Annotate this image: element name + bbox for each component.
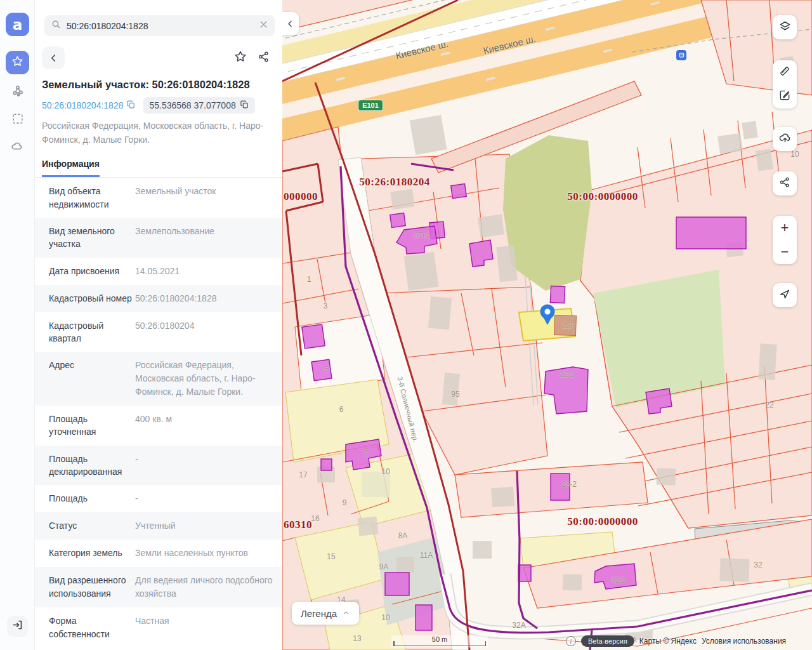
info-row-label: Площадь: [49, 492, 133, 505]
objects-layers-button[interactable]: [6, 80, 29, 103]
info-row-value: 50:26:0180204: [135, 319, 273, 345]
share-map-button[interactable]: [773, 171, 797, 196]
favorite-object-button[interactable]: [229, 46, 252, 69]
legend-button[interactable]: Легенда: [292, 602, 359, 625]
cadastral-number-text: 50:26:0180204:1828: [42, 100, 123, 110]
info-row-value: -: [135, 492, 273, 505]
cloud-services-button[interactable]: [6, 136, 29, 159]
info-row: Категория земельЗемли населенных пунктов: [35, 540, 282, 567]
app-logo[interactable]: a: [6, 13, 29, 36]
info-row: Дата присвоения14.05.2021: [35, 258, 282, 285]
sign-in-button[interactable]: [7, 616, 28, 637]
info-row-label: Площадь декларированная: [49, 453, 133, 479]
locate-control[interactable]: [773, 283, 797, 307]
info-row: Форма собственностиЧастная: [35, 607, 282, 647]
terms-link[interactable]: Условия использования: [702, 637, 786, 646]
selection-frame-icon: [11, 112, 25, 128]
info-row-label: Вид объекта недвижимости: [49, 185, 133, 211]
panel-tabs: Информация: [35, 158, 282, 178]
share-object-button[interactable]: [252, 46, 275, 69]
ruler-icon: [778, 65, 791, 80]
info-row-value: 400 кв. м: [135, 413, 273, 439]
info-row: Вид объекта недвижимостиЗемельный участо…: [35, 178, 282, 218]
tab-information[interactable]: Информация: [42, 159, 100, 177]
copy-icon[interactable]: [240, 100, 249, 111]
info-icon[interactable]: i: [566, 636, 576, 646]
minus-icon: −: [781, 245, 789, 259]
sign-in-icon: [11, 619, 23, 633]
polygon-nodes-icon: [10, 83, 25, 101]
object-title: Земельный участок: 50:26:0180204:1828: [42, 79, 275, 91]
plus-icon: +: [781, 221, 789, 235]
navigation-arrow-icon: [778, 288, 791, 303]
info-row-label: Кадастровый квартал: [49, 319, 133, 345]
share-icon: [778, 176, 791, 191]
map-canvas[interactable]: [282, 0, 812, 650]
map-area[interactable]: 50:26:018020400000050:00:000000050:00:00…: [282, 0, 812, 650]
info-row-value: Земли населенных пунктов: [135, 547, 273, 560]
left-rail: a: [0, 0, 35, 650]
area-select-button[interactable]: [6, 108, 29, 131]
info-row-label: Кадастровый номер: [49, 292, 133, 305]
cloud-icon: [10, 139, 25, 156]
scale-bar: 50 m: [391, 635, 488, 647]
cadastral-number-chip[interactable]: 50:26:0180204:1828: [42, 100, 136, 111]
back-button[interactable]: [42, 46, 65, 69]
copy-icon[interactable]: [126, 100, 136, 111]
info-row: Площадь декларированная-: [35, 446, 282, 486]
cloud-upload-icon: [778, 131, 792, 147]
info-row-value: Земельный участок: [135, 185, 273, 211]
layers-button[interactable]: [773, 15, 797, 39]
info-table: Вид объекта недвижимостиЗемельный участо…: [35, 178, 282, 647]
route-badge: E101: [358, 100, 383, 111]
clear-search-icon[interactable]: [259, 20, 268, 32]
info-row-value: -: [135, 453, 273, 479]
info-row-value: Землепользование: [135, 225, 273, 251]
layers-control[interactable]: [773, 15, 797, 39]
star-outline-icon: [233, 50, 247, 66]
upload-button[interactable]: [773, 127, 797, 151]
layers-icon: [778, 20, 792, 36]
object-panel: Земельный участок: 50:26:0180204:1828 50…: [35, 0, 282, 650]
info-row-label: Адрес: [49, 359, 133, 399]
search-bar[interactable]: [44, 15, 275, 36]
info-row-label: Статус: [49, 519, 133, 533]
upload-control[interactable]: [773, 127, 797, 151]
bus-stop-icon: [676, 50, 686, 60]
chevron-up-icon: [342, 608, 350, 619]
locate-button[interactable]: [773, 283, 797, 307]
info-row-value: Учтенный: [135, 519, 273, 533]
info-row: Вид разрешенного использованияДля ведени…: [35, 567, 282, 607]
info-row: АдресРоссийская Федерация, Московская об…: [35, 352, 282, 406]
collapse-panel-button[interactable]: [282, 12, 299, 35]
share-map-control[interactable]: [773, 171, 797, 196]
info-row: СтатусУчтенный: [35, 512, 282, 540]
zoom-in-button[interactable]: +: [773, 216, 797, 240]
scale-text: 50 m: [391, 635, 488, 643]
info-row-label: Вид земельного участка: [49, 225, 133, 251]
info-row-value: 50:26:0180204:1828: [135, 292, 273, 305]
legend-label: Легенда: [301, 608, 337, 619]
maps-copyright[interactable]: Карты © Яндекс: [639, 637, 697, 646]
favorites-button[interactable]: [6, 51, 29, 74]
search-input[interactable]: [67, 21, 259, 31]
info-row-label: Форма собственности: [49, 614, 133, 640]
info-row-label: Вид разрешенного использования: [49, 574, 133, 600]
app-window: a: [0, 0, 812, 650]
measure-button[interactable]: [773, 60, 797, 84]
info-row: Площадь уточненная400 кв. м: [35, 406, 282, 446]
info-row-value: Российская Федерация, Московская область…: [135, 359, 273, 399]
beta-badge: Beta-версия: [581, 635, 634, 647]
object-address: Российская Федерация, Московская область…: [42, 119, 275, 147]
info-row-label: Дата присвоения: [49, 265, 133, 278]
coordinates-text: 55.536568 37.077008: [149, 100, 235, 110]
edit-icon: [778, 89, 791, 104]
info-row: Площадь-: [35, 485, 282, 512]
info-row-value: 14.05.2021: [135, 265, 273, 278]
zoom-out-button[interactable]: −: [773, 240, 797, 264]
coordinates-chip[interactable]: 55.536568 37.077008: [143, 97, 254, 114]
info-row-label: Категория земель: [49, 547, 133, 560]
draw-button[interactable]: [773, 84, 797, 109]
share-icon: [257, 50, 270, 66]
info-row: Вид земельного участкаЗемлепользование: [35, 218, 282, 258]
